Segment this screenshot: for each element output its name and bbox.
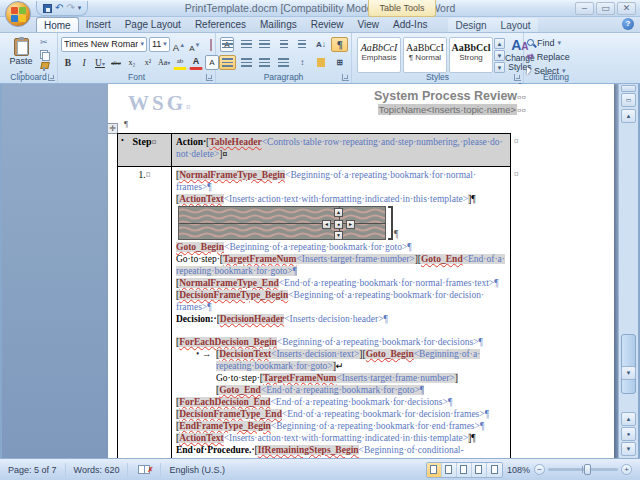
- word-window: ↶ ↷ ▾ PrintTemplate.docm [Compatibility …: [0, 0, 640, 480]
- selected-frame-image[interactable]: ▲◄●►▼: [178, 206, 386, 240]
- tab-view[interactable]: View: [351, 17, 387, 32]
- action-cell[interactable]: [NormalFrameType_Begin<Beginning·​of·​a·…: [172, 167, 510, 458]
- print-layout-view-button[interactable]: [427, 463, 442, 477]
- subscript-button[interactable]: x₂: [125, 55, 139, 70]
- shrink-font-button[interactable]: A▼: [188, 37, 202, 52]
- superscript-button[interactable]: x²: [141, 55, 155, 70]
- line-spacing-icon: ↕: [300, 58, 304, 67]
- bullets-button[interactable]: [219, 37, 236, 52]
- tab-home[interactable]: Home: [36, 17, 79, 32]
- underline-button[interactable]: U▾: [93, 55, 107, 70]
- style-card-strong[interactable]: AaBbCclStrong: [449, 37, 493, 73]
- increase-indent-button[interactable]: [294, 37, 311, 52]
- tab-insert[interactable]: Insert: [79, 17, 118, 32]
- previous-page-icon[interactable]: ▲: [621, 412, 636, 426]
- italic-button[interactable]: I: [77, 55, 91, 70]
- borders-button[interactable]: ⊞: [331, 55, 348, 70]
- tab-mailings[interactable]: Mailings: [253, 17, 304, 32]
- document-paragraph: End·​of·​Procedure.·​[IfRemainingSteps_B…: [176, 444, 507, 456]
- document-page[interactable]: WSG¤ System Process Review¤¤ TopicName<I…: [108, 84, 614, 458]
- numbering-button[interactable]: [238, 37, 255, 52]
- format-painter-icon[interactable]: [40, 62, 49, 71]
- replace-button[interactable]: ⇄ Replace: [527, 50, 585, 63]
- font-color-button[interactable]: A: [189, 55, 203, 70]
- frame-right-arrow[interactable]: ►: [346, 220, 355, 229]
- paste-button[interactable]: Paste ▾: [6, 37, 36, 73]
- align-center-button[interactable]: [238, 55, 255, 70]
- split-handle[interactable]: [621, 85, 636, 92]
- tab-design[interactable]: Design: [448, 18, 493, 32]
- gallery-up-icon[interactable]: ▲: [494, 38, 505, 49]
- step-cell[interactable]: 1.¤: [118, 167, 172, 458]
- scroll-down-icon[interactable]: ▼: [621, 366, 636, 380]
- frame-down-arrow[interactable]: ▼: [334, 231, 343, 240]
- bold-button[interactable]: B: [61, 55, 75, 70]
- highlight-button[interactable]: ab: [173, 55, 187, 70]
- show-hide-formatting-button[interactable]: ¶: [331, 37, 348, 52]
- restore-button[interactable]: ▭: [596, 2, 615, 15]
- next-page-icon[interactable]: ▼: [621, 442, 636, 456]
- font-family-combo[interactable]: Times New Roman▾: [61, 37, 147, 52]
- tab-review[interactable]: Review: [304, 17, 351, 32]
- change-case-button[interactable]: Aa▾: [157, 55, 171, 70]
- text-run: Action·​: [176, 137, 206, 147]
- gallery-down-icon[interactable]: ▼: [494, 50, 505, 61]
- find-button[interactable]: Find▾: [527, 36, 585, 49]
- zoom-level[interactable]: 108%: [507, 465, 530, 475]
- zoom-out-icon[interactable]: −: [534, 464, 545, 475]
- copy-icon[interactable]: [40, 50, 49, 59]
- document-area: WSG¤ System Process Review¤¤ TopicName<I…: [2, 84, 618, 458]
- draft-view-button[interactable]: [487, 463, 502, 477]
- tab-add-ins[interactable]: Add-Ins: [386, 17, 434, 32]
- style-card-normal[interactable]: AaBbCcI¶ Normal: [403, 37, 447, 73]
- styles-dialog-launcher[interactable]: [514, 74, 521, 81]
- line-spacing-button[interactable]: ↕: [294, 55, 311, 70]
- zoom-in-icon[interactable]: +: [621, 464, 632, 475]
- web-layout-view-button[interactable]: [457, 463, 472, 477]
- step-header-cell[interactable]: • Step¤: [118, 134, 172, 166]
- multilevel-list-button[interactable]: [256, 37, 273, 52]
- scroll-up-icon[interactable]: ▲: [621, 109, 636, 123]
- clipboard-dialog-launcher[interactable]: [48, 74, 55, 81]
- scrollbar-thumb[interactable]: [621, 334, 636, 394]
- action-header-cell[interactable]: Action·​[TableHeader<Controls·​table·​ro…: [172, 134, 510, 166]
- text-run: NormalFrameType_Begin: [179, 170, 285, 180]
- language-indicator[interactable]: English (U.S.): [161, 463, 233, 477]
- zoom-thumb[interactable]: [584, 464, 591, 475]
- proofing-status[interactable]: [128, 463, 161, 477]
- minimize-button[interactable]: –: [575, 2, 594, 15]
- word-count[interactable]: Words: 620: [66, 463, 129, 477]
- sort-button[interactable]: A↓: [313, 37, 330, 52]
- close-button[interactable]: ✕: [617, 2, 636, 15]
- text-run: ¶: [471, 194, 475, 204]
- office-button[interactable]: [5, 1, 31, 27]
- strikethrough-button[interactable]: abc: [109, 55, 123, 70]
- shading-button[interactable]: [313, 55, 330, 70]
- justify-button[interactable]: [275, 55, 292, 70]
- zoom-track[interactable]: [548, 468, 618, 471]
- view-ruler-toggle[interactable]: ▭: [621, 93, 636, 107]
- tab-page-layout[interactable]: Page Layout: [118, 17, 188, 32]
- tab-layout[interactable]: Layout: [494, 18, 538, 32]
- page-indicator[interactable]: Page: 5 of 7: [0, 463, 66, 477]
- style-card-emphasis[interactable]: AaBbCcIEmphasis: [357, 37, 401, 73]
- frame-up-arrow[interactable]: ▲: [334, 208, 343, 217]
- paragraph-dialog-launcher[interactable]: [342, 74, 349, 81]
- help-icon[interactable]: ?: [622, 18, 634, 30]
- align-left-button[interactable]: [219, 55, 236, 70]
- decrease-indent-button[interactable]: [275, 37, 292, 52]
- font-dialog-launcher[interactable]: [206, 74, 213, 81]
- font-size-combo[interactable]: 11▾: [149, 37, 170, 52]
- tab-references[interactable]: References: [188, 17, 253, 32]
- select-browse-object-icon[interactable]: ●: [621, 427, 636, 441]
- cut-icon[interactable]: ✂: [40, 38, 49, 47]
- grow-font-button[interactable]: A▲: [172, 37, 186, 52]
- align-right-button[interactable]: [256, 55, 273, 70]
- outline-view-button[interactable]: [472, 463, 487, 477]
- frame-left-arrow[interactable]: ◄: [322, 220, 331, 229]
- vertical-scrollbar[interactable]: ▭ ▲ ▼ ▲ ● ▼: [618, 84, 638, 458]
- full-screen-reading-view-button[interactable]: [442, 463, 457, 477]
- sort-icon: A↓: [316, 40, 326, 49]
- text-run: IfRemainingSteps_Begin: [258, 445, 359, 455]
- frame-center-button[interactable]: ●: [334, 220, 343, 229]
